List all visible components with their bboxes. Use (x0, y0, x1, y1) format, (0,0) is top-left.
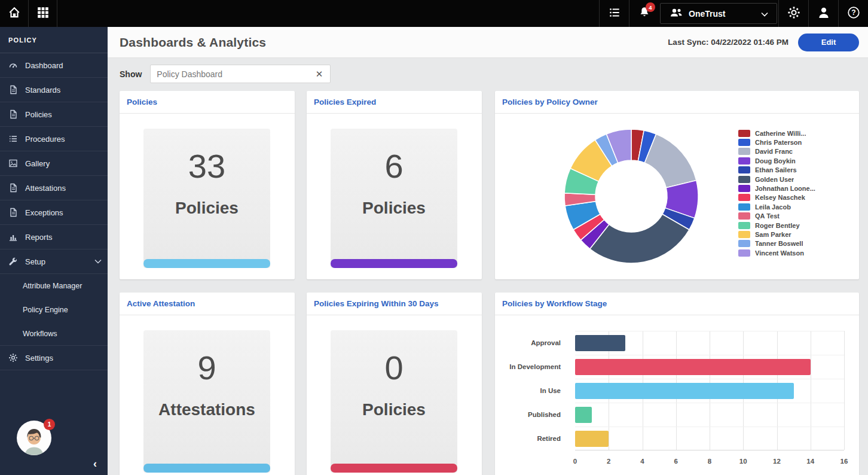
clear-icon[interactable]: ✕ (314, 69, 325, 80)
legend-item[interactable]: Johnathan Loone... (738, 184, 834, 193)
gauge-icon (8, 60, 19, 70)
card-title: Policies (127, 98, 157, 106)
sidebar-item-policy-engine[interactable]: Policy Engine (0, 298, 108, 322)
avatar-badge: 1 (44, 419, 55, 430)
bar-in-use[interactable] (575, 383, 794, 399)
legend-label: Johnathan Loone... (755, 185, 815, 192)
home-icon (8, 6, 21, 22)
donut-chart[interactable] (561, 126, 702, 267)
sidebar-item-reports[interactable]: Reports (0, 225, 108, 249)
legend-item[interactable]: Roger Bentley (738, 221, 834, 230)
sidebar-item-label: Reports (25, 233, 53, 242)
sidebar-item-label: Procedures (25, 135, 65, 144)
metric-value: 33 (143, 147, 270, 185)
legend-swatch (738, 166, 750, 173)
legend-item[interactable]: Chris Paterson (738, 138, 834, 147)
metric-accent-bar (331, 259, 457, 268)
metric-unit: Policies (331, 199, 457, 218)
legend-item[interactable]: Vincent Watson (738, 248, 834, 257)
bar-chart-plot (575, 331, 844, 450)
bar-chart-icon (8, 232, 19, 242)
sidebar-item-workflows[interactable]: Workflows (0, 322, 108, 346)
x-axis-tick: 8 (708, 458, 711, 465)
legend-item[interactable]: QA Test (738, 212, 834, 221)
legend-item[interactable]: Sam Parker (738, 230, 834, 239)
sidebar-section-title: POLICY (0, 27, 108, 53)
main-content: Dashboards & Analytics Last Sync: 04/22/… (108, 27, 868, 475)
card-title: Policies Expiring Within 30 Days (314, 299, 438, 308)
legend-item[interactable]: Ethan Sailers (738, 166, 834, 175)
edit-button[interactable]: Edit (798, 34, 859, 51)
bar-published[interactable] (575, 407, 592, 423)
metric-accent-bar (143, 259, 270, 268)
sidebar-item-label: Exceptions (25, 208, 63, 217)
legend-item[interactable]: Tanner Boswell (738, 239, 834, 248)
legend-label: Golden User (755, 176, 794, 183)
sidebar-item-procedures[interactable]: Procedures (0, 127, 108, 151)
help-button[interactable]: ? (838, 0, 868, 27)
card-active-attestation: Active Attestation 9 Attestations (120, 293, 295, 475)
bar-retired[interactable] (575, 431, 609, 447)
app-grid-button[interactable] (29, 0, 57, 27)
sidebar-item-setup[interactable]: Setup (0, 249, 108, 274)
legend-swatch (738, 139, 750, 146)
page-title: Dashboards & Analytics (120, 35, 266, 50)
sidebar-item-attribute-manager[interactable]: Attribute Manager (0, 274, 108, 298)
x-axis-tick: 6 (674, 458, 678, 465)
sidebar-item-policies[interactable]: Policies (0, 102, 108, 127)
legend-label: Tanner Boswell (755, 240, 803, 247)
sidebar-item-label: Workflows (23, 330, 57, 338)
bar-row (575, 403, 844, 427)
org-selector[interactable]: OneTrust (660, 3, 777, 24)
chart-legend: Catherine Willi...Chris PatersonDavid Fr… (738, 129, 834, 257)
legend-item[interactable]: Doug Boykin (738, 156, 834, 165)
sidebar-item-standards[interactable]: Standards (0, 78, 108, 102)
bar-row (575, 379, 844, 403)
org-group-icon (669, 7, 683, 20)
sidebar-item-exceptions[interactable]: Exceptions (0, 200, 108, 225)
legend-item[interactable]: Leila Jacob (738, 202, 834, 211)
sidebar-item-label: Dashboard (25, 61, 63, 70)
x-axis-tick: 12 (773, 458, 781, 465)
x-axis-tick: 10 (739, 458, 747, 465)
svg-text:?: ? (851, 8, 855, 17)
sidebar-item-label: Settings (25, 354, 53, 363)
global-settings-button[interactable] (778, 0, 808, 27)
x-axis-tick: 14 (806, 458, 814, 465)
bar-in-development[interactable] (575, 359, 811, 375)
gear-icon (8, 353, 19, 363)
metric-unit: Attestations (143, 400, 270, 419)
dashboard-select-input[interactable] (157, 69, 314, 79)
document-icon (8, 85, 19, 95)
notifications-button[interactable]: 4 (629, 0, 659, 27)
legend-item[interactable]: Golden User (738, 175, 834, 184)
sidebar-item-label: Attribute Manager (23, 282, 82, 290)
sidebar-item-attestations[interactable]: Attestations (0, 176, 108, 200)
sidebar-item-gallery[interactable]: Gallery (0, 151, 108, 176)
sidebar-collapse-button[interactable]: ‹ (93, 458, 97, 469)
sidebar-item-dashboard[interactable]: Dashboard (0, 53, 108, 78)
sidebar-item-settings[interactable]: Settings (0, 346, 108, 370)
legend-item[interactable]: David Franc (738, 147, 834, 156)
bar-category-label: Published (495, 403, 568, 427)
sidebar-item-label: Policies (25, 110, 52, 119)
task-list-button[interactable] (599, 0, 629, 27)
dashboard-select[interactable]: ✕ (150, 65, 331, 83)
card-policies-expired: Policies Expired 6 Policies (307, 91, 482, 279)
bar-approval[interactable] (575, 335, 625, 351)
bar-chart-x-axis: 0246810121416 (575, 458, 844, 467)
legend-item[interactable]: Catherine Willi... (738, 129, 834, 138)
org-name: OneTrust (689, 9, 756, 19)
sidebar-item-label: Attestations (25, 184, 66, 193)
account-button[interactable] (808, 0, 838, 27)
bar-category-label: In Use (495, 379, 568, 403)
metric-value: 6 (331, 147, 457, 185)
user-avatar[interactable]: 1 (17, 421, 51, 455)
legend-swatch (738, 130, 750, 137)
legend-label: Sam Parker (755, 231, 791, 238)
sidebar-nav: DashboardStandardsPoliciesProceduresGall… (0, 53, 108, 370)
home-button[interactable] (0, 0, 29, 27)
legend-item[interactable]: Kelsey Naschek (738, 193, 834, 202)
sidebar-item-label: Standards (25, 86, 60, 95)
metric-unit: Policies (143, 199, 270, 218)
